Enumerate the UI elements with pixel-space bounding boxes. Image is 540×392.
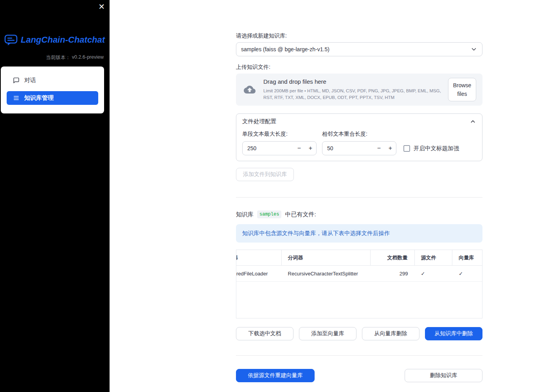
sidebar-item-label: 对话 [24,77,36,84]
existing-files-prefix: 知识库 [236,211,254,218]
delete-kb-button[interactable]: 删除知识库 [405,369,482,382]
app-window: ✕ LangChain-Chatchat 当前版本： v0.2.6-previe… [0,0,540,392]
cell-source-check: ✓ [415,266,453,281]
cell-loader: redFileLoader [236,266,282,281]
chat-bubble-icon [13,77,20,84]
overlap-increment-button[interactable]: + [385,142,396,155]
max-length-input[interactable] [243,145,293,151]
files-table: 器 分词器 文档数量 源文件 向量库 redFileLoader Recursi… [236,250,482,318]
column-header-vector-store[interactable]: 向量库 [452,250,482,265]
uploader-drag-text: Drag and drop files here [263,78,442,85]
column-header-doc-count[interactable]: 文档数量 [371,250,415,265]
add-to-vector-button[interactable]: 添加至向量库 [299,327,356,340]
zh-title-checkbox-label: 开启中文标题加强 [414,145,459,152]
kb-select-label: 请选择或新建知识库: [236,32,482,40]
divider [236,355,482,356]
cell-doc-count: 299 [371,266,415,281]
chevron-down-icon [470,46,477,53]
overlap-input[interactable] [322,145,373,151]
column-header-splitter[interactable]: 分词器 [282,250,371,265]
version-value: v0.2.6-preview [72,54,104,61]
download-selected-button[interactable]: 下载选中文档 [236,327,293,340]
cloud-upload-icon [242,84,257,95]
kb-select[interactable]: samples (faiss @ bge-large-zh-v1.5) [236,42,482,56]
max-length-decrement-button[interactable]: − [293,142,305,155]
max-length-stepper: − + [242,141,317,155]
file-config-title: 文件处理配置 [242,118,276,125]
zh-title-field: 开启中文标题加强 [402,131,476,155]
version-label: 当前版本： [46,54,70,61]
uploader-text-block: Drag and drop files here Limit 200MB per… [263,78,442,101]
add-files-button[interactable]: 添加文件到知识库 [236,168,294,181]
divider [236,197,482,198]
max-length-label: 单段文本最大长度: [242,131,317,138]
file-config-expander-header[interactable]: 文件处理配置 [236,114,482,128]
file-action-buttons: 下载选中文档 添加至向量库 从向量库删除 从知识库中删除 [236,327,482,340]
uploader-limit-text: Limit 200MB per file • HTML, MD, JSON, C… [263,88,442,101]
cell-splitter: RecursiveCharacterTextSplitter [282,266,371,281]
version-info: 当前版本： v0.2.6-preview [46,54,104,61]
table-header-row: 器 分词器 文档数量 源文件 向量库 [236,250,482,266]
app-title: LangChain-Chatchat [21,35,105,45]
overlap-field: 相邻文本重合长度: − + [322,131,396,155]
file-uploader-dropzone[interactable]: Drag and drop files here Limit 200MB per… [236,74,482,106]
file-config-body: 单段文本最大长度: − + 相邻文本重合长度: − + [236,128,482,161]
kb-select-value: samples (faiss @ bge-large-zh-v1.5) [241,46,329,52]
overlap-stepper: − + [322,141,396,155]
logo-chat-icon [4,34,18,46]
existing-files-suffix: 中已有文件: [285,211,316,218]
main-content: 请选择或新建知识库: samples (faiss @ bge-large-zh… [236,0,482,382]
sidebar-close-icon[interactable]: ✕ [98,2,105,11]
browse-files-button[interactable]: Browse files [448,78,476,102]
sidebar-menu: 对话 知识库管理 [1,67,104,113]
delete-from-kb-button[interactable]: 从知识库中删除 [425,327,482,340]
logo: LangChain-Chatchat [4,34,105,46]
info-alert: 知识库中包含源文件与向量库，请从下表中选择文件后操作 [236,224,482,243]
column-header-source-file[interactable]: 源文件 [415,250,453,265]
overlap-label: 相邻文本重合长度: [322,131,396,138]
overlap-decrement-button[interactable]: − [373,142,385,155]
delete-from-vector-button[interactable]: 从向量库删除 [362,327,419,340]
sidebar-item-label: 知识库管理 [24,94,54,102]
file-config-expander: 文件处理配置 单段文本最大长度: − + 相邻文本重合长度: [236,113,482,161]
max-length-field: 单段文本最大长度: − + [242,131,317,155]
zh-title-checkbox[interactable] [403,145,410,152]
chevron-up-icon [470,118,476,125]
upload-label: 上传知识文件: [236,64,482,71]
table-row[interactable]: redFileLoader RecursiveCharacterTextSpli… [236,266,482,282]
rebuild-vector-store-button[interactable]: 依据源文件重建向量库 [236,369,315,382]
sidebar-item-dialogue[interactable]: 对话 [7,74,98,87]
kb-name-code: samples [257,210,281,218]
max-length-increment-button[interactable]: + [305,142,316,155]
list-icon [13,95,20,101]
kb-action-buttons: 依据源文件重建向量库 删除知识库 [236,369,482,382]
zh-title-checkbox-row: 开启中文标题加强 [403,141,459,155]
cell-vector-check: ✓ [452,266,482,281]
existing-files-line: 知识库 samples 中已有文件: [236,210,482,218]
column-header-loader[interactable]: 器 [236,250,282,265]
sidebar: ✕ LangChain-Chatchat 当前版本： v0.2.6-previe… [0,0,110,392]
sidebar-item-knowledge-base[interactable]: 知识库管理 [7,91,98,105]
